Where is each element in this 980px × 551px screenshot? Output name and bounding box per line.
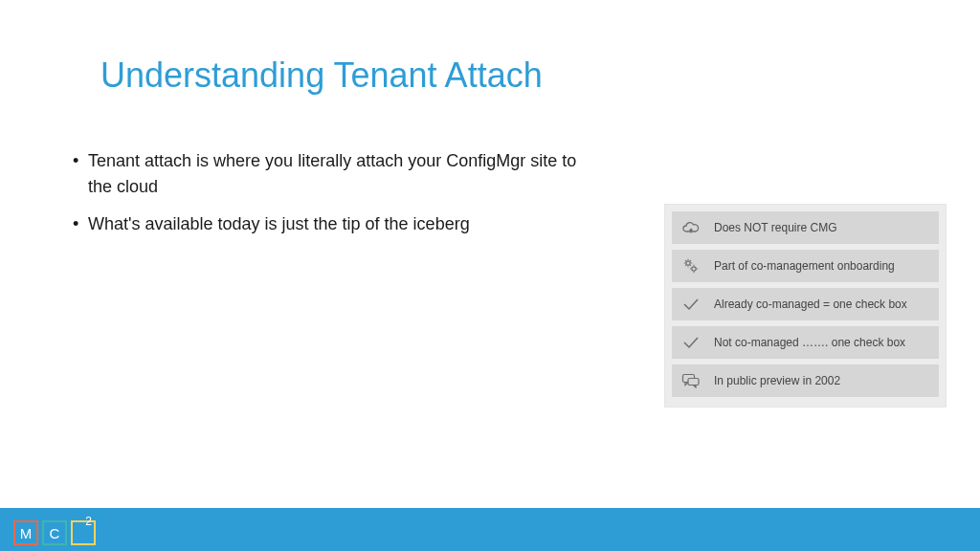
- chat-icon: [679, 369, 702, 392]
- feature-row: Already co-managed = one check box: [672, 288, 939, 320]
- feature-row: In public preview in 2002: [672, 364, 939, 397]
- svg-point-0: [686, 261, 690, 265]
- logo-letter-c: C: [42, 520, 67, 545]
- feature-row: Does NOT require CMG: [672, 211, 939, 244]
- feature-row: Part of co-management onboarding: [672, 250, 939, 282]
- logo-letter-2: 2: [71, 520, 96, 545]
- bullet-list: Tenant attach is where you literally att…: [69, 148, 605, 249]
- svg-rect-3: [688, 379, 699, 386]
- slide-title: Understanding Tenant Attach: [100, 55, 543, 96]
- check-icon: [679, 293, 702, 316]
- gears-icon: [679, 254, 702, 277]
- feature-label: Does NOT require CMG: [714, 221, 836, 234]
- logo-letter-m: M: [13, 520, 38, 545]
- bullet-item: Tenant attach is where you literally att…: [69, 148, 605, 200]
- feature-label: Not co-managed ……. one check box: [714, 336, 905, 349]
- feature-label: Already co-managed = one check box: [714, 298, 907, 311]
- logo: M C 2: [13, 520, 96, 545]
- feature-row: Not co-managed ……. one check box: [672, 326, 939, 359]
- logo-superscript: 2: [85, 515, 92, 528]
- check-icon: [679, 331, 702, 354]
- feature-label: Part of co-management onboarding: [714, 259, 895, 273]
- svg-point-1: [692, 267, 696, 271]
- bullet-item: What's available today is just the tip o…: [69, 211, 605, 237]
- cloud-icon: [679, 216, 702, 239]
- feature-panel: Does NOT require CMG Part of co-manageme…: [664, 204, 947, 408]
- feature-label: In public preview in 2002: [714, 374, 840, 387]
- footer-bar: M C 2: [0, 508, 980, 551]
